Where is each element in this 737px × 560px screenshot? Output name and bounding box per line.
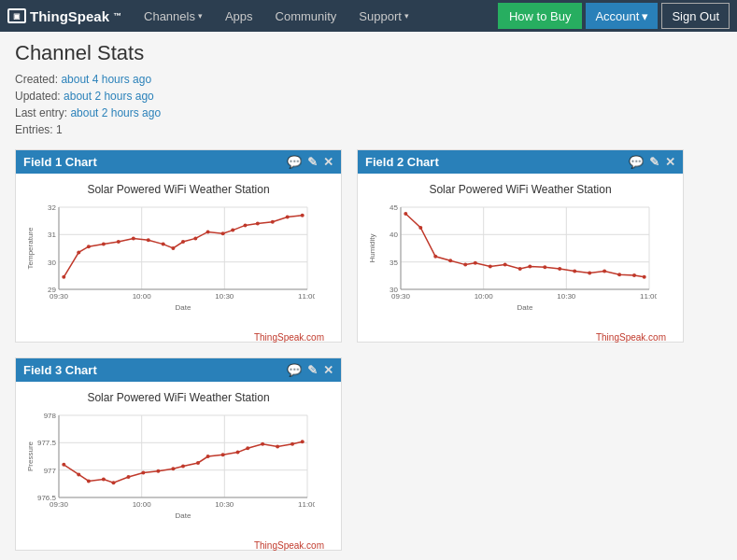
- svg-text:11:00: 11:00: [298, 292, 315, 301]
- logo: ▣ ThingSpeak™: [7, 8, 121, 24]
- logo-icon: ▣: [7, 8, 26, 23]
- svg-point-75: [632, 273, 636, 277]
- svg-point-97: [62, 463, 65, 467]
- chart-subtitle-field3: Solar Powered WiFi Weather Station: [25, 391, 332, 404]
- nav-links: Channels ▾ Apps Community Support ▾: [133, 0, 498, 32]
- svg-text:35: 35: [390, 259, 398, 267]
- svg-point-33: [231, 229, 234, 232]
- svg-point-36: [271, 220, 275, 224]
- svg-text:Date: Date: [176, 303, 191, 312]
- svg-point-66: [503, 263, 507, 267]
- edit-icon[interactable]: ✎: [307, 155, 318, 169]
- svg-point-69: [543, 265, 546, 269]
- channels-arrow-icon: ▾: [198, 11, 203, 21]
- edit-icon[interactable]: ✎: [307, 363, 318, 377]
- svg-text:45: 45: [390, 203, 398, 212]
- svg-point-37: [286, 216, 290, 219]
- chart-header-field1: Field 1 Chart 💬 ✎ ✕: [16, 150, 341, 174]
- logo-text: ThingSpeak: [30, 8, 109, 24]
- svg-text:40: 40: [390, 231, 398, 239]
- chart-card-field1: Field 1 Chart 💬 ✎ ✕ Solar Powered WiFi W…: [15, 149, 342, 343]
- chart-title-field1: Field 1 Chart: [23, 155, 287, 169]
- svg-text:977: 977: [44, 467, 57, 475]
- svg-point-32: [221, 231, 225, 235]
- close-icon[interactable]: ✕: [665, 155, 675, 169]
- meta-updated: Updated: about 2 hours ago: [15, 90, 722, 103]
- lastentry-link[interactable]: about 2 hours ago: [70, 106, 161, 119]
- meta-entries: Entries: 1: [15, 123, 722, 136]
- signout-button[interactable]: Sign Out: [661, 3, 730, 29]
- svg-point-108: [206, 455, 210, 458]
- chart-header-field3: Field 3 Chart 💬 ✎ ✕: [16, 358, 341, 382]
- svg-point-113: [276, 444, 279, 448]
- svg-text:Temperature: Temperature: [26, 227, 35, 269]
- svg-point-60: [418, 226, 422, 230]
- svg-text:09:30: 09:30: [391, 292, 411, 301]
- chart-title-field2: Field 2 Chart: [365, 155, 629, 169]
- chart-card-field3: Field 3 Chart 💬 ✎ ✕ Solar Powered WiFi W…: [15, 357, 342, 551]
- svg-text:09:30: 09:30: [50, 292, 69, 301]
- svg-point-109: [221, 453, 225, 456]
- svg-point-63: [463, 263, 467, 267]
- chart-watermark-field2: ThingSpeak.com: [367, 330, 673, 348]
- nav-community[interactable]: Community: [264, 0, 348, 32]
- svg-point-62: [448, 259, 452, 262]
- chart-svg-wrap-field2: Humidity 30354045 09:3010:0010:3011:00 D…: [367, 200, 673, 330]
- svg-text:10:30: 10:30: [557, 292, 576, 301]
- svg-point-107: [196, 461, 200, 465]
- charts-grid: Field 1 Chart 💬 ✎ ✕ Solar Powered WiFi W…: [15, 149, 722, 551]
- svg-text:11:00: 11:00: [640, 292, 657, 301]
- nav-support[interactable]: Support ▾: [347, 0, 420, 32]
- svg-point-71: [573, 270, 576, 273]
- svg-text:10:00: 10:00: [133, 500, 152, 509]
- svg-point-110: [236, 451, 240, 455]
- chat-icon[interactable]: 💬: [287, 363, 302, 377]
- chat-icon[interactable]: 💬: [629, 155, 644, 169]
- svg-point-112: [261, 442, 264, 446]
- svg-text:09:30: 09:30: [50, 500, 69, 509]
- svg-text:978: 978: [44, 412, 57, 420]
- svg-point-20: [62, 275, 65, 279]
- svg-text:Date: Date: [176, 511, 191, 520]
- chart-card-field2: Field 2 Chart 💬 ✎ ✕ Solar Powered WiFi W…: [357, 149, 684, 343]
- svg-text:30: 30: [48, 259, 56, 267]
- chart-icons-field2: 💬 ✎ ✕: [629, 155, 675, 169]
- chart-subtitle-field1: Solar Powered WiFi Weather Station: [25, 183, 332, 196]
- svg-text:Pressure: Pressure: [26, 441, 35, 471]
- svg-point-67: [518, 267, 522, 271]
- svg-text:Humidity: Humidity: [368, 233, 376, 262]
- page-title: Channel Stats: [15, 41, 722, 65]
- svg-point-34: [244, 223, 248, 227]
- chart-svg-wrap-field3: Pressure 976.5977977.5978 09:3010:0010:3…: [25, 408, 332, 539]
- svg-point-73: [602, 270, 606, 273]
- svg-point-72: [588, 271, 591, 274]
- svg-point-104: [156, 469, 160, 473]
- howto-buy-button[interactable]: How to Buy: [498, 3, 582, 29]
- chart-icons-field1: 💬 ✎ ✕: [287, 155, 333, 169]
- svg-point-28: [171, 246, 175, 250]
- chat-icon[interactable]: 💬: [287, 155, 302, 169]
- svg-point-31: [206, 230, 210, 233]
- close-icon[interactable]: ✕: [323, 155, 333, 169]
- svg-point-26: [147, 238, 150, 242]
- created-link[interactable]: about 4 hours ago: [61, 73, 151, 86]
- account-button[interactable]: Account ▾: [586, 3, 658, 29]
- chart-body-field3: Solar Powered WiFi Weather Station Press…: [16, 382, 341, 550]
- updated-link[interactable]: about 2 hours ago: [64, 90, 154, 103]
- chart-subtitle-field2: Solar Powered WiFi Weather Station: [367, 183, 673, 196]
- svg-point-74: [617, 273, 621, 276]
- chart-header-field2: Field 2 Chart 💬 ✎ ✕: [358, 150, 683, 174]
- svg-point-102: [127, 475, 131, 479]
- edit-icon[interactable]: ✎: [649, 155, 659, 169]
- nav-channels[interactable]: Channels ▾: [133, 0, 214, 32]
- page-content: Channel Stats Created: about 4 hours ago…: [0, 32, 737, 560]
- chart-icons-field3: 💬 ✎ ✕: [287, 363, 333, 377]
- svg-point-64: [474, 261, 477, 265]
- close-icon[interactable]: ✕: [323, 363, 333, 377]
- svg-point-68: [528, 264, 531, 268]
- svg-point-61: [433, 255, 437, 259]
- svg-point-38: [301, 214, 305, 217]
- svg-point-76: [643, 275, 646, 279]
- svg-text:10:00: 10:00: [133, 292, 152, 301]
- nav-apps[interactable]: Apps: [214, 0, 264, 32]
